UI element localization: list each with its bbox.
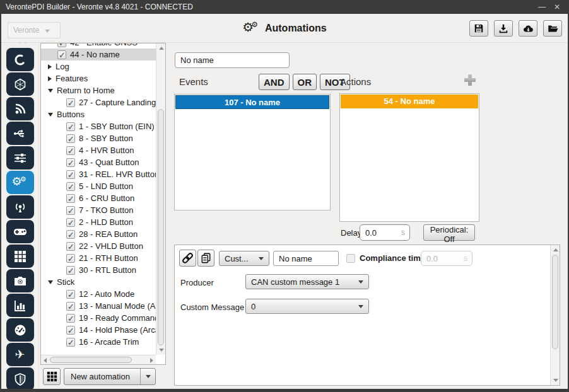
tree-horizontal-scrollbar[interactable] (41, 355, 156, 364)
tree-group[interactable]: Buttons (41, 108, 156, 120)
editor-vertical-scrollbar[interactable] (550, 245, 560, 385)
editor-vscroll-thumb[interactable] (552, 255, 558, 349)
action-type-select[interactable]: Cust... (219, 251, 269, 266)
scroll-up-icon[interactable] (159, 47, 164, 50)
custom-message-select[interactable]: 0 (245, 299, 369, 314)
tree-item-checkbox[interactable] (57, 50, 66, 59)
sidebar-item-telemetry-chart[interactable] (6, 294, 34, 317)
tree-item-checkbox[interactable] (66, 122, 75, 131)
sidebar-item-hud[interactable] (6, 318, 34, 342)
tree-item[interactable]: 16 - Arcade Trim (41, 336, 156, 348)
tree-item-checkbox[interactable] (66, 170, 75, 179)
sidebar-item-communications[interactable] (6, 195, 34, 219)
event-list-item[interactable]: 107 - No name (175, 95, 329, 109)
tree-item-checkbox[interactable] (66, 158, 75, 167)
tree-item-checkbox[interactable] (66, 218, 75, 227)
compliance-checkbox[interactable] (346, 254, 355, 263)
minimize-button[interactable]: — (536, 0, 548, 14)
scroll-right-icon[interactable] (150, 358, 153, 363)
sidebar-item-camera[interactable] (6, 269, 34, 292)
new-automation-dropdown[interactable] (140, 369, 155, 384)
sidebar-item-devices[interactable] (6, 122, 34, 145)
tree-vertical-scrollbar[interactable] (156, 43, 165, 355)
and-button[interactable]: AND (259, 74, 290, 90)
tree-item-checkbox[interactable] (66, 338, 75, 347)
tree-item[interactable]: 5 - LND Button (41, 180, 156, 192)
save-button[interactable] (469, 20, 488, 37)
or-button[interactable]: OR (293, 74, 317, 90)
sidebar-item-telemetry[interactable] (6, 97, 34, 120)
tree-vscroll-thumb[interactable] (158, 109, 164, 345)
tree-item[interactable]: 31 - REL. HVR Button (41, 168, 156, 180)
cloud-download-button[interactable] (519, 20, 537, 37)
tree-item[interactable]: 6 - CRU Button (41, 192, 156, 204)
tree-item[interactable]: 12 - Auto Mode (41, 288, 156, 300)
delay-input[interactable] (360, 225, 393, 240)
tree-item-checkbox[interactable] (66, 266, 75, 275)
tree-item[interactable]: 44 - No name (41, 49, 156, 61)
tree-item-checkbox[interactable] (66, 206, 75, 215)
tree-item-checkbox[interactable] (57, 43, 66, 47)
scroll-up-icon[interactable] (553, 248, 558, 251)
automation-name-input[interactable] (175, 52, 290, 68)
tree-group[interactable]: Features (41, 72, 156, 84)
tree-group[interactable]: Return to Home (41, 84, 156, 96)
close-button[interactable]: ✕ (551, 0, 563, 14)
action-list-item[interactable]: 54 - No name (341, 95, 478, 108)
tree-item[interactable]: 21 - RTH Button (41, 252, 156, 264)
sidebar-item-safety[interactable] (6, 367, 34, 391)
expand-arrow-icon[interactable] (48, 64, 52, 69)
tree-item[interactable]: 4 - HVR Button (41, 144, 156, 156)
tree-item[interactable]: 8 - SBY Button (41, 132, 156, 144)
scroll-down-icon[interactable] (553, 379, 558, 382)
sidebar-item-configuration[interactable] (6, 146, 34, 170)
tree-item-checkbox[interactable] (66, 302, 75, 311)
tree-item[interactable]: 14 - Hold Phase (Arcad (41, 324, 156, 336)
tree-group[interactable]: Stick (41, 276, 156, 288)
open-file-button[interactable] (543, 20, 562, 37)
collapse-arrow-icon[interactable] (48, 113, 53, 117)
tree-hscroll-thumb[interactable] (50, 357, 132, 363)
tree-item[interactable]: 19 - Ready Command (41, 312, 156, 324)
tree-item[interactable]: 43 - Quat Button (41, 156, 156, 168)
tree-item[interactable]: 42 - Enable GNSS (41, 43, 156, 49)
tree-item-checkbox[interactable] (66, 146, 75, 155)
download-button[interactable] (494, 20, 513, 37)
sidebar-item-stick[interactable] (6, 220, 34, 243)
tree-item[interactable]: 2 - HLD Button (41, 216, 156, 228)
add-action-button[interactable] (464, 74, 476, 86)
tree-item-checkbox[interactable] (66, 326, 75, 335)
tree-item-checkbox[interactable] (66, 314, 75, 323)
sidebar-item-automations[interactable]: ⚙ (6, 171, 34, 194)
tree-item[interactable]: 30 - RTL Button (41, 264, 156, 276)
link-action-button[interactable] (179, 250, 196, 267)
scroll-down-icon[interactable] (159, 349, 164, 352)
scroll-left-icon[interactable] (44, 358, 47, 363)
tree-item-checkbox[interactable] (66, 290, 75, 299)
sidebar-item-keypad[interactable] (6, 245, 34, 268)
tree-item-checkbox[interactable] (66, 254, 75, 263)
tree-item[interactable]: 7 - TKO Button (41, 204, 156, 216)
tree-item[interactable]: 22 - VHLD Button (41, 240, 156, 252)
sidebar-item-veronte[interactable] (6, 48, 34, 71)
tree-item[interactable]: 28 - REA Button (41, 228, 156, 240)
sidebar-item-mesh[interactable] (6, 72, 34, 96)
tree-item-checkbox[interactable] (66, 230, 75, 239)
tree-item-checkbox[interactable] (66, 98, 75, 107)
periodical-toggle-button[interactable]: Periodical: Off (423, 224, 475, 241)
tree-item[interactable]: 13 - Manual Mode (Arc (41, 300, 156, 312)
producer-select[interactable]: CAN custom message 1 (245, 274, 369, 289)
tree-item-checkbox[interactable] (66, 194, 75, 203)
collapse-arrow-icon[interactable] (48, 280, 53, 284)
tree-item-checkbox[interactable] (66, 182, 75, 191)
tree-item-checkbox[interactable] (66, 242, 75, 251)
collapse-arrow-icon[interactable] (48, 89, 53, 93)
tree-item[interactable]: 1 - SBY Button (EIN) (41, 120, 156, 132)
copy-action-button[interactable] (197, 250, 214, 267)
expand-arrow-icon[interactable] (48, 76, 52, 81)
tree-group[interactable]: Log (41, 61, 156, 72)
sidebar-item-mission[interactable]: ✈ (6, 343, 34, 366)
new-automation-button[interactable]: New automation (64, 368, 156, 385)
tree-item-checkbox[interactable] (66, 134, 75, 143)
tree-item[interactable]: 27 - Capture Landing P (41, 96, 156, 108)
